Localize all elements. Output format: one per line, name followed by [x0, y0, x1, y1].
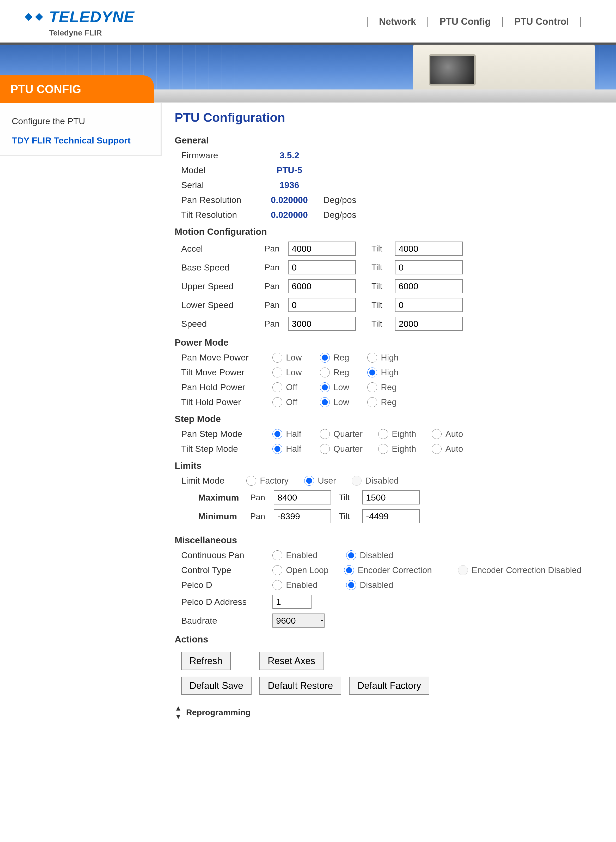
tiltres-label: Tilt Resolution — [181, 210, 262, 220]
section-limits: Limits — [175, 460, 603, 471]
main-area: PTU CONFIG Configure the PTU TDY FLIR Te… — [0, 103, 616, 755]
control-type-label: Control Type — [181, 565, 273, 575]
lower-pan-input[interactable] — [288, 298, 356, 312]
tilt-step-eighth[interactable]: Eighth — [378, 444, 424, 454]
speed-label: Speed — [181, 319, 265, 329]
pan-step-auto[interactable]: Auto — [432, 429, 471, 439]
cont-pan-enabled[interactable]: Enabled — [273, 550, 325, 560]
tilt-axis-label: Tilt — [339, 493, 362, 503]
pelco-disabled[interactable]: Disabled — [346, 580, 401, 590]
default-restore-button[interactable]: Default Restore — [260, 677, 341, 695]
row-limit-mode: Limit Mode Factory User Disabled — [181, 476, 603, 486]
section-general: General — [175, 135, 603, 145]
baud-select[interactable]: 9600 — [273, 614, 324, 627]
upper-label: Upper Speed — [181, 281, 265, 291]
tilt-hold-low[interactable]: Low — [320, 397, 359, 407]
pan-hold-off[interactable]: Off — [273, 382, 312, 392]
upper-pan-input[interactable] — [288, 279, 356, 293]
control-open-loop[interactable]: Open Loop — [273, 565, 336, 575]
panres-label: Pan Resolution — [181, 195, 262, 205]
tiltres-unit: Deg/pos — [323, 210, 356, 220]
camera-image — [413, 45, 595, 90]
pan-axis-label: Pan — [250, 511, 274, 521]
lower-tilt-input[interactable] — [395, 298, 463, 312]
default-save-button[interactable]: Default Save — [181, 677, 252, 695]
tilt-step-half[interactable]: Half — [273, 444, 312, 454]
serial-value: 1936 — [262, 180, 317, 190]
content: PTU Configuration General Firmware 3.5.2… — [161, 103, 616, 755]
pan-step-eighth[interactable]: Eighth — [378, 429, 424, 439]
tilt-axis-label: Tilt — [339, 511, 362, 521]
reprogramming-label: Reprogramming — [186, 708, 251, 717]
row-lower-speed: Lower Speed Pan Tilt — [181, 298, 603, 312]
nav-separator: | — [501, 16, 504, 27]
nav-separator: | — [366, 16, 368, 27]
page-title: PTU Configuration — [175, 110, 603, 125]
row-tilt-hold-power: Tilt Hold Power Off Low Reg — [181, 397, 603, 407]
reset-axes-button[interactable]: Reset Axes — [260, 652, 324, 670]
pelco-addr-input[interactable] — [273, 595, 311, 609]
min-pan-input[interactable] — [274, 509, 331, 523]
pelco-enabled[interactable]: Enabled — [273, 580, 325, 590]
min-tilt-input[interactable] — [362, 509, 420, 523]
max-pan-input[interactable] — [274, 490, 331, 504]
tilt-axis-label: Tilt — [371, 244, 395, 254]
tilt-hold-reg[interactable]: Reg — [367, 397, 407, 407]
pan-move-low[interactable]: Low — [273, 353, 312, 363]
pelco-d-label: Pelco D — [181, 580, 273, 590]
tilt-axis-label: Tilt — [371, 300, 395, 310]
tilt-step-quarter[interactable]: Quarter — [320, 444, 370, 454]
logo-block: TELEDYNE Teledyne FLIR — [23, 8, 135, 37]
default-factory-button[interactable]: Default Factory — [349, 677, 429, 695]
model-value: PTU-5 — [262, 165, 317, 175]
reprogramming-toggle[interactable]: ▲▼ Reprogramming — [175, 704, 603, 721]
accel-tilt-input[interactable] — [395, 241, 463, 256]
row-tilt-resolution: Tilt Resolution 0.020000 Deg/pos — [181, 210, 603, 220]
speed-pan-input[interactable] — [288, 317, 356, 331]
limit-factory[interactable]: Factory — [246, 476, 296, 486]
firmware-label: Firmware — [181, 150, 262, 160]
tilt-hold-off[interactable]: Off — [273, 397, 312, 407]
nav-ptu-control[interactable]: PTU Control — [514, 16, 569, 27]
pan-move-high[interactable]: High — [367, 353, 407, 363]
max-tilt-input[interactable] — [362, 490, 420, 504]
row-pan-resolution: Pan Resolution 0.020000 Deg/pos — [181, 195, 603, 205]
base-pan-input[interactable] — [288, 260, 356, 275]
accel-pan-input[interactable] — [288, 241, 356, 256]
row-upper-speed: Upper Speed Pan Tilt — [181, 279, 603, 293]
control-encoder-correction-disabled: Encoder Correction Disabled — [458, 565, 590, 575]
teledyne-logo-icon — [23, 10, 44, 24]
speed-tilt-input[interactable] — [395, 317, 463, 331]
tilt-axis-label: Tilt — [371, 263, 395, 272]
tilt-move-high[interactable]: High — [367, 367, 407, 378]
cont-pan-disabled[interactable]: Disabled — [346, 550, 401, 560]
refresh-button[interactable]: Refresh — [181, 652, 231, 670]
sidebar-item-configure[interactable]: Configure the PTU — [12, 112, 149, 135]
tilt-move-reg[interactable]: Reg — [320, 367, 359, 378]
base-tilt-input[interactable] — [395, 260, 463, 275]
nav-ptu-config[interactable]: PTU Config — [440, 16, 491, 27]
tilt-move-low[interactable]: Low — [273, 367, 312, 378]
sidebar-item-support[interactable]: TDY FLIR Technical Support — [12, 135, 149, 145]
accel-label: Accel — [181, 244, 265, 254]
limit-user[interactable]: User — [304, 476, 344, 486]
pan-hold-low[interactable]: Low — [320, 382, 359, 392]
section-actions: Actions — [175, 634, 603, 645]
max-label: Maximum — [198, 492, 250, 503]
limit-disabled: Disabled — [352, 476, 406, 486]
control-encoder-correction[interactable]: Encoder Correction — [344, 565, 440, 575]
pan-axis-label: Pan — [250, 493, 274, 503]
nav-separator: | — [427, 16, 429, 27]
pan-hold-power-label: Pan Hold Power — [181, 382, 273, 392]
pelco-addr-label: Pelco D Address — [181, 597, 273, 607]
pan-hold-reg[interactable]: Reg — [367, 382, 407, 392]
upper-tilt-input[interactable] — [395, 279, 463, 293]
lower-label: Lower Speed — [181, 300, 265, 310]
pan-move-reg[interactable]: Reg — [320, 353, 359, 363]
pan-step-quarter[interactable]: Quarter — [320, 429, 370, 439]
pan-axis-label: Pan — [265, 281, 288, 291]
row-tilt-move-power: Tilt Move Power Low Reg High — [181, 367, 603, 378]
nav-network[interactable]: Network — [379, 16, 416, 27]
pan-step-half[interactable]: Half — [273, 429, 312, 439]
tilt-step-auto[interactable]: Auto — [432, 444, 471, 454]
